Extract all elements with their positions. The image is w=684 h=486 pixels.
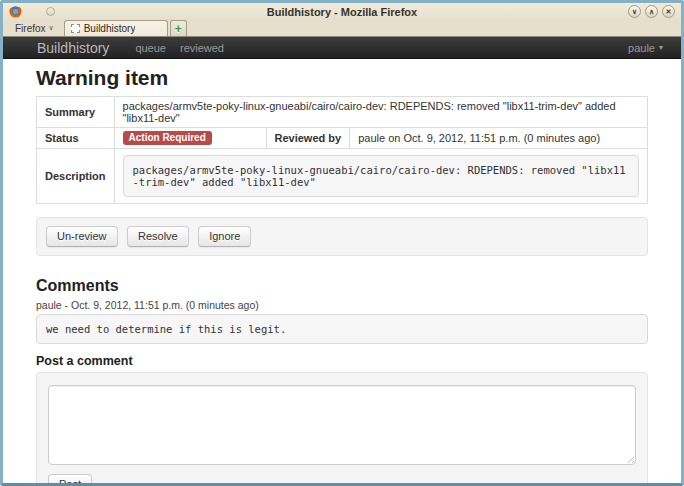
page-content: Warning item Summary packages/armv5te-po… [3,59,681,483]
chevron-down-icon: ∨ [632,8,637,15]
reviewed-by-label: Reviewed by [266,128,350,149]
app-navbar: Buildhistory queue reviewed paule ▾ [3,37,681,59]
navbar-brand[interactable]: Buildhistory [37,40,109,56]
window-close-button[interactable]: ✕ [662,5,675,18]
caret-down-icon: ▾ [659,43,663,52]
status-label: Status [37,128,115,149]
close-icon: ✕ [666,8,672,15]
nav-link-queue[interactable]: queue [135,42,166,54]
nav-link-reviewed[interactable]: reviewed [180,42,224,54]
description-label: Description [37,149,115,204]
summary-value: packages/armv5te-poky-linux-gnueabi/cair… [114,97,647,128]
comment-item: paule - Oct. 9, 2012, 11:51 p.m. (0 minu… [36,299,648,344]
resolve-button[interactable]: Resolve [127,226,189,247]
browser-tabbar: Firefox ∨ Buildhistory + [3,20,681,37]
plus-icon: + [175,23,182,35]
titlebar-menu-dot[interactable] [46,7,55,16]
warning-details-table: Summary packages/armv5te-poky-linux-gnue… [36,96,648,204]
description-cell: packages/armv5te-poky-linux-gnueabi/cair… [114,149,647,204]
description-code: packages/armv5te-poky-linux-gnueabi/cair… [123,155,639,197]
user-dropdown[interactable]: paule ▾ [628,42,663,54]
firefox-menu-label: Firefox [15,23,46,34]
table-row: Description packages/armv5te-poky-linux-… [37,149,648,204]
chevron-up-icon: ∧ [649,8,654,15]
comment-textarea-wrap [48,385,636,465]
firefox-icon [9,5,22,18]
window-controls: ∨ ∧ ✕ [628,5,675,18]
comment-text: we need to determine if this is legit. [36,314,648,344]
chevron-down-icon: ∨ [49,24,54,32]
comment-input[interactable] [48,385,636,465]
post-comment-panel: Post [36,372,648,483]
actions-panel: Un-review Resolve Ignore [36,217,648,256]
comment-meta: paule - Oct. 9, 2012, 11:51 p.m. (0 minu… [36,299,648,311]
status-badge: Action Required [123,131,212,145]
window-title: Buildhistory - Mozilla Firefox [3,6,681,18]
firefox-window: Buildhistory - Mozilla Firefox ∨ ∧ ✕ Fir… [0,0,684,486]
tab-title: Buildhistory [84,23,136,34]
status-cell: Action Required [114,128,266,149]
tab-buildhistory[interactable]: Buildhistory [64,20,168,36]
new-tab-button[interactable]: + [170,20,187,36]
ignore-button[interactable]: Ignore [198,226,251,247]
page-title: Warning item [36,66,648,90]
table-row: Status Action Required Reviewed by paule… [37,128,648,149]
summary-label: Summary [37,97,115,128]
window-titlebar: Buildhistory - Mozilla Firefox ∨ ∧ ✕ [3,3,681,20]
post-button[interactable]: Post [48,474,92,483]
user-name: paule [628,42,655,54]
favicon-placeholder-icon [71,24,80,33]
firefox-app-menu-button[interactable]: Firefox ∨ [13,20,60,36]
window-shade-button[interactable]: ∨ [628,5,641,18]
reviewed-by-value: paule on Oct. 9, 2012, 11:51 p.m. (0 min… [350,128,648,149]
post-button-row: Post [48,474,636,483]
post-comment-heading: Post a comment [36,354,648,368]
table-row: Summary packages/armv5te-poky-linux-gnue… [37,97,648,128]
un-review-button[interactable]: Un-review [46,226,118,247]
window-maximize-button[interactable]: ∧ [645,5,658,18]
comments-heading: Comments [36,277,648,295]
